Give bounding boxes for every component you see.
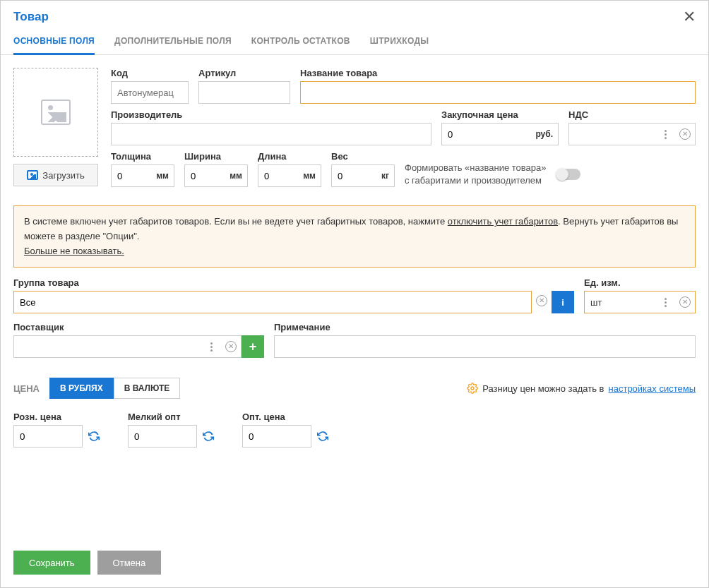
- manufacturer-input[interactable]: [111, 123, 431, 145]
- name-input[interactable]: [300, 81, 696, 104]
- name-label: Название товара: [300, 68, 696, 78]
- unit-label: Ед. изм.: [584, 277, 696, 288]
- warning-banner: В системе включен учет габаритов товаров…: [13, 205, 696, 268]
- tab-stock-control[interactable]: КОНТРОЛЬ ОСТАТКОВ: [251, 36, 350, 54]
- upload-label: Загрузить: [42, 170, 84, 181]
- supplier-clear-icon[interactable]: ✕: [221, 337, 241, 356]
- supplier-more-icon[interactable]: [201, 337, 221, 356]
- nds-label: НДС: [568, 109, 696, 120]
- toggle-label: Формировать «название товара»с габаритам…: [405, 162, 547, 187]
- article-input[interactable]: [198, 81, 290, 104]
- small-wholesale-input[interactable]: [128, 425, 197, 448]
- small-wholesale-refresh-icon[interactable]: [203, 431, 214, 442]
- nds-clear-icon[interactable]: ✕: [675, 124, 695, 144]
- purchase-label: Закупочная цена: [441, 109, 559, 120]
- svg-point-0: [471, 387, 474, 390]
- dimensions-toggle[interactable]: [556, 169, 580, 180]
- note-label: Примечание: [274, 322, 696, 332]
- price-label: ЦЕНА: [13, 383, 40, 394]
- wholesale-refresh-icon[interactable]: [317, 431, 328, 442]
- price-tab-currency[interactable]: В ВАЛЮТЕ: [114, 378, 181, 399]
- add-supplier-button[interactable]: +: [242, 335, 264, 358]
- supplier-label: Поставщик: [13, 322, 264, 332]
- manufacturer-label: Производитель: [111, 109, 431, 120]
- tabs: ОСНОВНЫЕ ПОЛЯ ДОПОЛНИТЕЛЬНЫЕ ПОЛЯ КОНТРО…: [1, 26, 708, 55]
- upload-button[interactable]: Загрузить: [13, 164, 98, 186]
- small-wholesale-label: Мелкий опт: [128, 412, 214, 422]
- retail-input[interactable]: [13, 425, 83, 448]
- unit-more-icon[interactable]: [655, 292, 675, 312]
- nds-select[interactable]: ✕: [568, 123, 696, 145]
- tab-extra-fields[interactable]: ДОПОЛНИТЕЛЬНЫЕ ПОЛЯ: [114, 36, 232, 54]
- group-info-button[interactable]: i: [552, 291, 574, 313]
- system-settings-link[interactable]: настройках системы: [609, 383, 696, 394]
- note-input[interactable]: [274, 335, 696, 358]
- nds-more-icon[interactable]: [655, 124, 675, 144]
- code-label: Код: [111, 68, 189, 78]
- article-label: Артикул: [198, 68, 290, 78]
- cancel-button[interactable]: Отмена: [97, 551, 162, 575]
- supplier-select[interactable]: ✕: [13, 335, 242, 358]
- group-input[interactable]: [13, 291, 532, 313]
- retail-refresh-icon[interactable]: [88, 431, 100, 442]
- wholesale-label: Опт. цена: [242, 412, 328, 422]
- group-clear-icon[interactable]: ✕: [532, 291, 552, 311]
- gear-icon: [467, 383, 478, 394]
- weight-label: Вес: [331, 151, 395, 162]
- tab-barcodes[interactable]: ШТРИХКОДЫ: [370, 36, 429, 54]
- code-input[interactable]: [111, 81, 189, 104]
- image-icon: [41, 100, 71, 125]
- unit-clear-icon[interactable]: ✕: [675, 292, 695, 312]
- modal-title: Товар: [13, 10, 49, 24]
- retail-label: Розн. цена: [13, 412, 100, 422]
- price-tab-rub[interactable]: В РУБЛЯХ: [49, 378, 114, 399]
- close-icon[interactable]: ✕: [683, 8, 696, 26]
- tab-main-fields[interactable]: ОСНОВНЫЕ ПОЛЯ: [13, 36, 95, 55]
- dismiss-warning-link[interactable]: Больше не показывать.: [24, 246, 124, 256]
- length-label: Длина: [258, 151, 321, 162]
- image-placeholder[interactable]: [13, 68, 98, 157]
- group-label: Группа товара: [13, 277, 574, 288]
- unit-select[interactable]: шт ✕: [584, 291, 696, 313]
- width-label: Ширина: [184, 151, 248, 162]
- upload-icon: [27, 170, 38, 180]
- save-button[interactable]: Сохранить: [13, 551, 90, 575]
- thickness-label: Толщина: [111, 151, 174, 162]
- purchase-unit: руб.: [535, 129, 553, 139]
- wholesale-input[interactable]: [242, 425, 311, 448]
- disable-dimensions-link[interactable]: отключить учет габаритов: [448, 216, 558, 227]
